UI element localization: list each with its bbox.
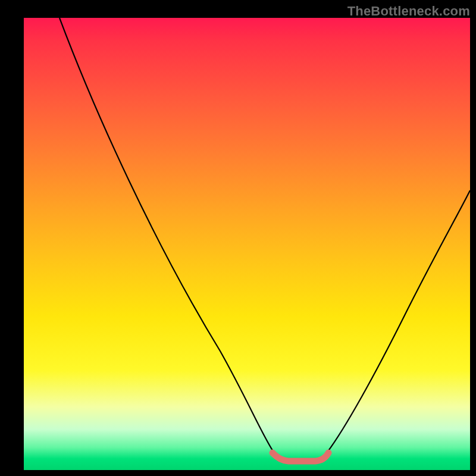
chart-frame: TheBottleneck.com (0, 0, 476, 476)
marker-band (273, 453, 328, 461)
curve-svg (24, 18, 470, 470)
bottleneck-curve-right (327, 190, 470, 452)
bottleneck-curve-left (60, 18, 274, 452)
plot-area (24, 18, 470, 470)
watermark-text: TheBottleneck.com (347, 4, 470, 19)
